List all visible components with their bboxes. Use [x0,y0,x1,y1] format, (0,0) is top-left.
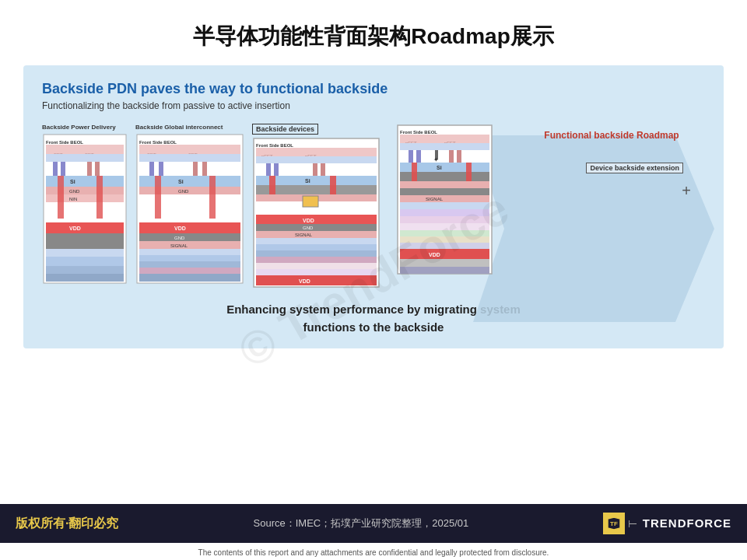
arrow-label: Functional backside Roadmap [542,130,682,141]
svg-text:Si: Si [70,179,75,184]
svg-rect-103 [400,188,489,195]
svg-rect-6 [46,154,124,162]
svg-rect-94 [457,150,461,163]
svg-rect-77 [256,238,377,244]
svg-rect-80 [256,257,377,263]
brand-name: ⊢ TRENDFORCE [628,516,731,530]
svg-rect-90 [400,143,489,150]
footer-brand: TF ⊢ TRENDFORCE [603,513,731,534]
svg-rect-116 [400,267,489,274]
backside-devices-label: Backside devices [252,124,318,135]
svg-text:GND: GND [303,226,314,230]
svg-rect-8 [61,162,65,176]
svg-text:SIGNAL: SIGNAL [426,197,444,201]
main-content: 半导体功能性背面架构Roadmap展示 Backside PDN paves t… [0,0,747,521]
svg-rect-41 [209,176,216,219]
svg-rect-22 [46,249,124,257]
svg-text:✦: ✦ [433,156,439,163]
section-heading: Backside PDN paves the way to functional… [42,81,705,97]
chip-diagram-2: Front Side BEOL pFET nFET Si [135,133,244,285]
svg-rect-62 [321,163,325,176]
svg-rect-110 [400,230,489,236]
svg-text:VDD: VDD [174,226,186,231]
svg-rect-57 [256,148,377,156]
diagram-group: Backside Power Delivery Front Side BEOL … [42,124,493,289]
svg-rect-108 [400,216,489,223]
svg-rect-5 [46,145,124,154]
svg-rect-31 [139,154,240,162]
svg-rect-10 [95,162,100,176]
svg-text:VDD: VDD [303,218,314,223]
svg-text:Si: Si [178,179,184,184]
diagram-4: Front Side BEOL pFET nFET ✦ [396,124,493,289]
svg-rect-46 [139,241,240,249]
svg-text:GND: GND [69,189,80,194]
svg-rect-106 [400,202,489,209]
svg-rect-59 [266,163,271,176]
svg-text:TF: TF [610,520,618,527]
svg-rect-40 [155,176,161,219]
svg-rect-32 [149,162,154,176]
device-extension-label: Device backside extension [586,163,683,173]
svg-rect-38 [139,187,240,194]
svg-rect-73 [256,224,377,231]
svg-rect-30 [139,145,240,154]
chip-diagram-4: Front Side BEOL pFET nFET ✦ [396,124,493,275]
svg-text:SIGNAL: SIGNAL [295,233,313,237]
plus-sign: + [682,182,691,200]
svg-text:VDD: VDD [299,278,310,284]
svg-rect-79 [256,250,377,257]
svg-rect-42 [139,222,240,233]
svg-rect-35 [202,162,207,176]
svg-rect-34 [193,162,198,176]
svg-rect-112 [400,243,489,249]
svg-rect-70 [303,196,318,207]
footer-copyright: 版权所有·翻印必究 [16,516,118,532]
svg-rect-50 [139,261,240,268]
page-title: 半导体功能性背面架构Roadmap展示 [193,22,554,51]
svg-rect-24 [46,266,124,274]
svg-rect-75 [256,231,377,238]
svg-rect-51 [139,268,240,274]
svg-rect-52 [139,274,240,282]
svg-rect-60 [274,163,279,176]
svg-rect-107 [400,209,489,216]
svg-rect-81 [256,263,377,269]
svg-rect-17 [58,176,64,219]
footer: 版权所有·翻印必究 Source：IMEC；拓墣产业研究院整理，2025/01 … [0,504,747,543]
svg-rect-104 [400,195,489,202]
trendforce-logo: TF ⊢ TRENDFORCE [603,513,731,534]
svg-rect-48 [139,249,240,255]
svg-rect-19 [46,222,124,233]
svg-text:Front Side BEOL: Front Side BEOL [46,140,83,145]
svg-text:Front Side BEOL: Front Side BEOL [256,143,293,148]
disclaimer: The contents of this report and any atta… [0,548,747,557]
svg-rect-33 [159,162,163,176]
svg-text:Front Side BEOL: Front Side BEOL [139,140,177,145]
svg-rect-7 [53,162,58,176]
footer-source: Source：IMEC；拓墣产业研究院整理，2025/01 [254,516,469,530]
svg-rect-115 [400,259,489,267]
svg-rect-82 [256,269,377,275]
svg-text:Front Side BEOL: Front Side BEOL [400,130,437,135]
svg-rect-109 [400,223,489,230]
diagram-1: Backside Power Delivery Front Side BEOL … [42,124,128,289]
svg-text:GND: GND [174,236,185,240]
svg-rect-49 [139,255,240,261]
svg-text:VDD: VDD [429,252,440,257]
chip-diagram-3: Front Side BEOL pFET nFET Si [252,137,381,289]
svg-text:Si: Si [437,165,442,170]
svg-rect-111 [400,236,489,243]
svg-rect-21 [46,233,124,249]
svg-text:GND: GND [178,189,189,194]
svg-text:NIN: NIN [69,197,77,201]
svg-rect-36 [139,176,240,187]
arrow-background [473,128,714,330]
svg-rect-61 [313,163,317,176]
svg-rect-102 [400,181,489,188]
svg-text:VDD: VDD [69,226,81,231]
svg-text:Si: Si [305,178,310,184]
svg-rect-78 [256,244,377,250]
svg-rect-113 [400,249,489,259]
svg-rect-44 [139,233,240,241]
